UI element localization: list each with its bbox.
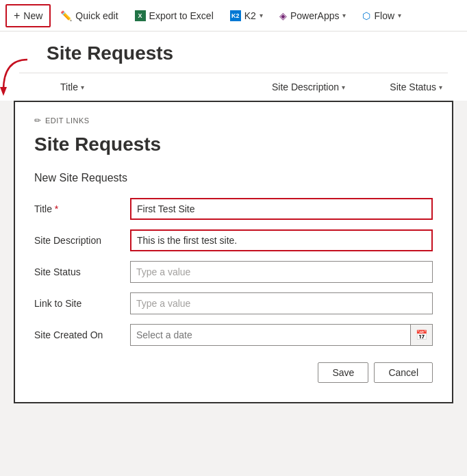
site-created-on-date-field: 📅 xyxy=(130,324,433,346)
site-created-on-input[interactable] xyxy=(131,325,410,345)
flow-label: Flow xyxy=(374,10,394,21)
new-button[interactable]: + New xyxy=(5,4,51,27)
title-column-header[interactable]: Title ▾ xyxy=(19,79,170,95)
link-to-site-input[interactable] xyxy=(130,292,433,314)
powerapps-button[interactable]: ◈ PowerApps ▾ xyxy=(273,6,353,25)
title-column-label: Title xyxy=(60,82,78,92)
svg-marker-0 xyxy=(0,87,7,96)
site-description-form-row: Site Description xyxy=(34,229,433,251)
k2-icon: K2 xyxy=(230,10,241,21)
link-to-site-form-row: Link to Site xyxy=(34,292,433,314)
excel-icon: X xyxy=(135,10,146,21)
title-column-chevron-down-icon: ▾ xyxy=(81,84,84,91)
powerapps-chevron-down-icon: ▾ xyxy=(342,12,346,19)
quick-edit-label: Quick edit xyxy=(75,10,118,21)
title-label: Title * xyxy=(34,203,130,214)
site-created-on-label: Site Created On xyxy=(34,329,130,340)
new-item-modal: ✏ EDIT LINKS Site Requests New Site Requ… xyxy=(14,101,453,403)
page-title: Site Requests xyxy=(19,42,448,64)
pencil-edit-icon: ✏ xyxy=(34,116,41,125)
site-status-chevron-down-icon: ▾ xyxy=(439,84,442,91)
new-button-label: New xyxy=(23,10,42,21)
cancel-button[interactable]: Cancel xyxy=(374,362,433,383)
title-input[interactable] xyxy=(130,198,433,220)
red-arrow-annotation xyxy=(0,56,34,97)
site-status-column-header[interactable]: Site Status ▾ xyxy=(359,79,448,95)
calendar-icon[interactable]: 📅 xyxy=(410,325,432,345)
edit-links-bar: ✏ EDIT LINKS xyxy=(34,116,433,125)
site-created-on-form-row: Site Created On 📅 xyxy=(34,324,433,346)
page-header: Site Requests Title ▾ Site Description ▾… xyxy=(0,32,467,101)
export-to-excel-label: Export to Excel xyxy=(149,10,214,21)
k2-chevron-down-icon: ▾ xyxy=(260,12,263,19)
modal-title: Site Requests xyxy=(34,134,433,155)
site-status-form-row: Site Status xyxy=(34,261,433,283)
k2-label: K2 xyxy=(244,10,256,21)
link-to-site-label: Link to Site xyxy=(34,298,130,309)
form-actions: Save Cancel xyxy=(34,362,433,383)
site-status-label: Site Status xyxy=(34,266,130,277)
site-description-column-label: Site Description xyxy=(272,82,339,92)
edit-links-label: EDIT LINKS xyxy=(45,116,90,125)
site-description-column-header[interactable]: Site Description ▾ xyxy=(170,79,359,95)
site-description-input[interactable] xyxy=(130,229,433,251)
flow-icon: ⬡ xyxy=(362,10,370,21)
powerapps-icon: ◈ xyxy=(279,10,287,21)
title-required-marker: * xyxy=(55,203,58,214)
site-status-input[interactable] xyxy=(130,261,433,283)
plus-icon: + xyxy=(14,10,20,22)
toolbar: + New ✏️ Quick edit X Export to Excel K2… xyxy=(0,0,467,32)
column-headers: Title ▾ Site Description ▾ Site Status ▾ xyxy=(19,73,448,101)
export-to-excel-button[interactable]: X Export to Excel xyxy=(128,6,220,25)
k2-button[interactable]: K2 K2 ▾ xyxy=(223,6,270,25)
site-description-label: Site Description xyxy=(34,235,130,246)
flow-button[interactable]: ⬡ Flow ▾ xyxy=(355,6,408,25)
site-description-chevron-down-icon: ▾ xyxy=(342,84,345,91)
save-button[interactable]: Save xyxy=(318,362,368,383)
pencil-icon: ✏️ xyxy=(60,10,72,21)
title-form-row: Title * xyxy=(34,198,433,220)
flow-chevron-down-icon: ▾ xyxy=(398,12,401,19)
powerapps-label: PowerApps xyxy=(290,10,340,21)
quick-edit-button[interactable]: ✏️ Quick edit xyxy=(53,6,125,25)
form-section-title: New Site Requests xyxy=(34,172,433,184)
site-status-column-label: Site Status xyxy=(390,82,436,92)
